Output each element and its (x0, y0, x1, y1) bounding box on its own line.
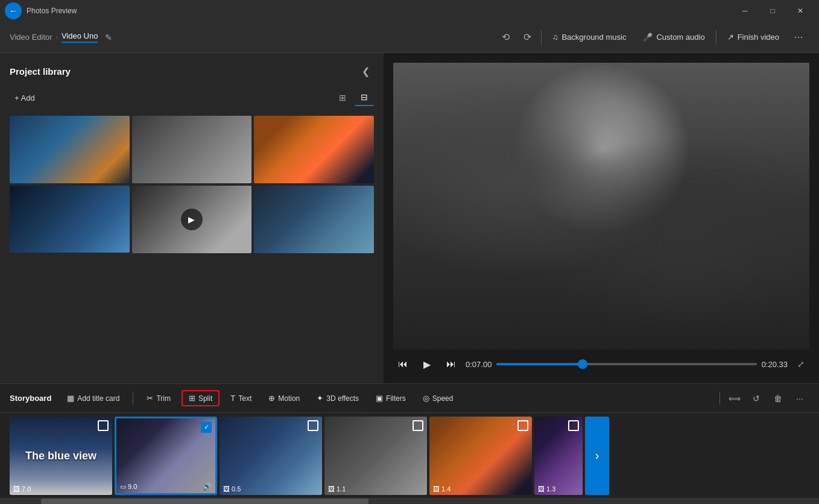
breadcrumb-current: Video Uno (62, 31, 98, 43)
effects-icon: ✦ (317, 394, 323, 403)
add-media-button[interactable]: + Add (10, 91, 40, 105)
progress-bar[interactable] (496, 363, 756, 365)
resize-clip-button[interactable]: ⟺ (725, 389, 744, 408)
scrollbar-track[interactable] (0, 499, 819, 504)
clip-duration: 🖼 7.0 (13, 485, 31, 493)
storyboard-clip[interactable]: The blue view 🖼 7.0 (10, 417, 112, 495)
add-title-card-icon: ▦ (67, 394, 74, 403)
split-button[interactable]: ⊞ Split (182, 390, 220, 406)
clip-checkbox[interactable]: ✓ (201, 422, 212, 433)
minimize-button[interactable]: ─ (731, 0, 759, 22)
media-item[interactable]: ▶ (132, 186, 252, 253)
maximize-button[interactable]: □ (759, 0, 786, 22)
progress-fill (496, 363, 582, 365)
redo-button[interactable]: ⟳ (517, 27, 539, 48)
clip-duration: 🖼 1.1 (328, 485, 346, 493)
storyboard-clip[interactable]: 🖼 0.5 (220, 417, 322, 495)
progress-thumb[interactable] (578, 359, 587, 369)
delete-clip-button[interactable]: 🗑 (768, 389, 788, 408)
media-item[interactable] (132, 116, 252, 183)
motion-button[interactable]: ⊕ Motion (262, 391, 306, 405)
storyboard-clip[interactable]: 🖼 1.3 (534, 417, 583, 495)
toolbar-divider-2 (716, 30, 716, 45)
video-icon: ▭ (120, 483, 126, 491)
breadcrumb-separator: › (56, 34, 58, 40)
collapse-library-button[interactable]: ❮ (357, 63, 374, 80)
grid-view-large-button[interactable]: ⊞ (333, 89, 352, 106)
media-item[interactable] (10, 186, 130, 253)
scroll-right-button[interactable]: › (585, 417, 609, 495)
video-frame (393, 63, 809, 350)
image-icon: 🖼 (538, 485, 545, 493)
image-icon: 🖼 (223, 485, 230, 493)
total-time: 0:20.33 (762, 360, 788, 369)
fullscreen-button[interactable]: ⤢ (792, 356, 809, 373)
media-item[interactable] (254, 186, 374, 253)
storyboard: Storyboard ▦ Add title card ✂ Trim ⊞ Spl… (0, 383, 819, 504)
media-item[interactable] (10, 116, 130, 183)
storyboard-clips: The blue view 🖼 7.0 ✓ ▭ 9.0 🔊 🖼 0.5 (0, 413, 819, 498)
more-options-button[interactable]: ··· (788, 27, 809, 48)
close-button[interactable]: ✕ (786, 0, 814, 22)
app-title: Photos Preview (27, 7, 77, 15)
edit-title-icon[interactable]: ✎ (105, 33, 112, 42)
storyboard-clip[interactable]: ✓ ▭ 9.0 🔊 (115, 417, 217, 495)
background-music-label: Background music (561, 33, 626, 42)
grid-view-small-button[interactable]: ⊟ (355, 89, 374, 106)
clip-overlay (324, 417, 427, 495)
custom-audio-button[interactable]: 🎤 Custom audio (634, 29, 713, 45)
clip-overlay (220, 417, 322, 495)
audio-icon: 🎤 (643, 33, 653, 42)
image-icon: 🖼 (13, 485, 20, 493)
storyboard-clip[interactable]: 🖼 1.1 (324, 417, 427, 495)
scrollbar-container (0, 498, 819, 504)
custom-audio-label: Custom audio (656, 33, 704, 42)
finish-video-button[interactable]: ↗ Finish video (719, 29, 788, 45)
storyboard-toolbar: Storyboard ▦ Add title card ✂ Trim ⊞ Spl… (0, 384, 819, 413)
music-icon: ♫ (552, 33, 558, 42)
text-label: Text (238, 394, 251, 403)
scrollbar-thumb[interactable] (41, 499, 368, 504)
clip-checkbox[interactable] (568, 420, 579, 431)
current-time: 0:07.00 (466, 360, 492, 369)
speed-icon: ◎ (423, 394, 429, 403)
breadcrumb-parent[interactable]: Video Editor (10, 33, 52, 42)
motion-label: Motion (278, 394, 300, 403)
clip-checkbox[interactable] (98, 420, 109, 431)
undo-button[interactable]: ⟲ (495, 27, 517, 48)
clip-checkbox[interactable] (413, 420, 423, 431)
breadcrumb: Video Editor › Video Uno ✎ (10, 31, 112, 43)
background-music-button[interactable]: ♫ Background music (544, 29, 635, 45)
clip-title: The blue view (15, 449, 107, 462)
title-bar-controls: ─ □ ✕ (731, 0, 814, 22)
finish-video-label: Finish video (738, 33, 779, 42)
3d-effects-button[interactable]: ✦ 3D effects (311, 391, 365, 405)
filters-button[interactable]: ▣ Filters (370, 391, 412, 405)
trim-icon: ✂ (147, 394, 153, 403)
filters-label: Filters (386, 394, 406, 403)
library-header: Project library ❮ (10, 63, 374, 80)
share-icon: ↗ (727, 33, 734, 42)
more-clip-options-button[interactable]: ··· (790, 389, 809, 408)
trim-button[interactable]: ✂ Trim (141, 391, 177, 405)
clip-duration: 🖼 1.4 (433, 485, 451, 493)
storyboard-right-icons: ⟺ ↺ 🗑 ··· (717, 389, 809, 408)
split-icon: ⊞ (189, 394, 195, 403)
rotate-clip-button[interactable]: ↺ (747, 389, 766, 408)
storyboard-clip[interactable]: 🖼 1.4 (429, 417, 532, 495)
play-button[interactable]: ▶ (417, 354, 437, 374)
clip-duration: 🖼 0.5 (223, 485, 241, 493)
clip-checkbox[interactable] (517, 420, 528, 431)
clip-checkbox[interactable] (308, 420, 318, 431)
audio-indicator-icon: 🔊 (203, 482, 212, 491)
step-forward-button[interactable]: ⏭ (441, 354, 461, 374)
video-controls: ⏮ ▶ ⏭ 0:07.00 0:20.33 ⤢ (393, 350, 809, 374)
media-item[interactable] (254, 116, 374, 183)
add-title-card-button[interactable]: ▦ Add title card (61, 391, 125, 405)
step-back-button[interactable]: ⏮ (393, 354, 413, 374)
split-label: Split (198, 394, 212, 403)
title-bar: ← Photos Preview ─ □ ✕ (0, 0, 819, 22)
back-button[interactable]: ← (5, 2, 22, 19)
speed-button[interactable]: ◎ Speed (417, 391, 460, 405)
text-button[interactable]: T Text (224, 391, 258, 405)
